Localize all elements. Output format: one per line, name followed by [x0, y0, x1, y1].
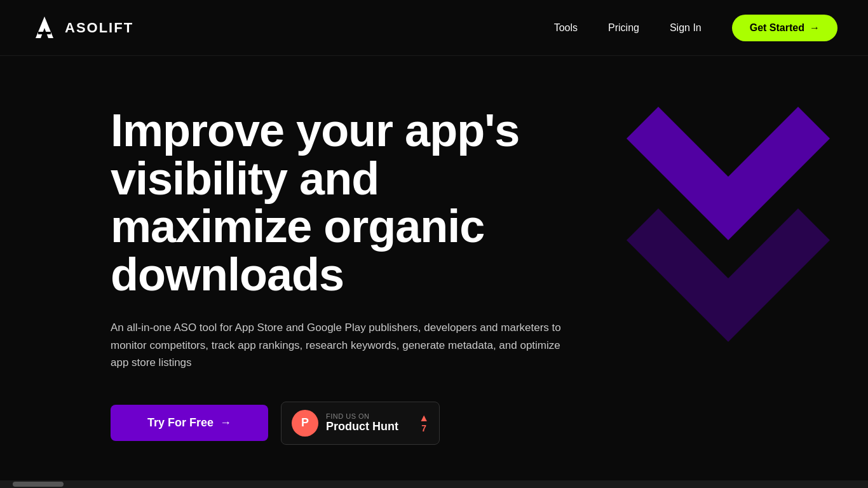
product-hunt-badge: ▲ 7 [419, 413, 429, 433]
signin-nav-link[interactable]: Sign In [670, 22, 702, 34]
hero-title: Improve your app's visibility and maximi… [111, 107, 581, 299]
scrollbar-thumb[interactable] [13, 482, 64, 487]
product-hunt-button[interactable]: P FIND US ON Product Hunt ▲ 7 [281, 402, 440, 445]
try-free-arrow: → [220, 416, 231, 430]
try-free-button[interactable]: Try For Free → [111, 405, 268, 441]
brand-name: ASOLIFT [65, 20, 133, 36]
hero-section: Improve your app's visibility and maximi… [0, 56, 868, 488]
upvote-triangle-icon: ▲ [419, 413, 429, 423]
hero-buttons: Try For Free → P FIND US ON Product Hunt… [111, 402, 581, 445]
svg-rect-1 [38, 32, 51, 34]
hero-content: Improve your app's visibility and maximi… [111, 107, 581, 445]
get-started-label: Get Started [750, 22, 804, 34]
asolift-logo-icon [31, 14, 58, 42]
try-free-label: Try For Free [147, 416, 214, 430]
product-hunt-text: FIND US ON Product Hunt [326, 412, 398, 433]
pricing-nav-link[interactable]: Pricing [608, 22, 639, 34]
product-hunt-logo: P [292, 410, 318, 437]
product-hunt-letter: P [301, 416, 309, 430]
tools-nav-link[interactable]: Tools [554, 22, 578, 34]
get-started-button[interactable]: Get Started → [732, 15, 837, 41]
logo[interactable]: ASOLIFT [31, 14, 133, 42]
get-started-arrow: → [810, 22, 820, 34]
chevron-decoration [627, 107, 830, 412]
nav-links: Tools Pricing Sign In Get Started → [554, 15, 837, 41]
navbar: ASOLIFT Tools Pricing Sign In Get Starte… [0, 0, 868, 56]
upvote-count: 7 [421, 423, 426, 433]
horizontal-scrollbar[interactable] [0, 480, 868, 488]
svg-marker-0 [36, 17, 53, 38]
product-hunt-name: Product Hunt [326, 420, 398, 433]
hero-description: An all-in-one ASO tool for App Store and… [111, 319, 574, 371]
decorative-chevrons [627, 107, 830, 412]
find-us-label: FIND US ON [326, 412, 398, 420]
